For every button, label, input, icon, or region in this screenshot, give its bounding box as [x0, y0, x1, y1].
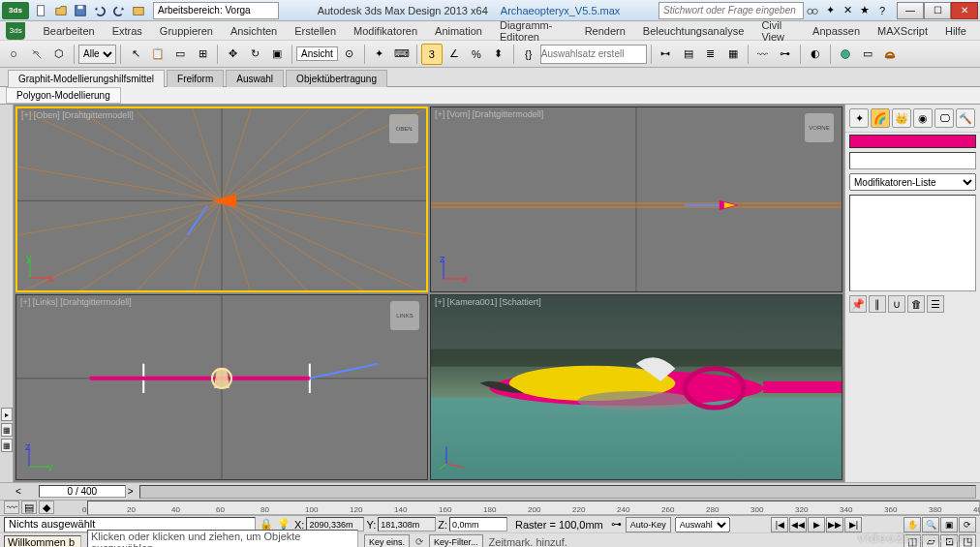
app-button[interactable]: 3ds: [6, 22, 25, 40]
window-cross-icon[interactable]: ⊞: [192, 44, 213, 65]
manipulate-icon[interactable]: ✦: [369, 44, 390, 65]
favorite-icon[interactable]: ★: [856, 2, 873, 19]
y-coord-field[interactable]: [378, 517, 436, 532]
spinner-snap-icon[interactable]: ⬍: [488, 44, 509, 65]
new-icon[interactable]: [33, 2, 50, 19]
maxscript-listener[interactable]: Willkommen b: [4, 535, 81, 548]
display-tab-icon[interactable]: 🖵: [934, 108, 954, 128]
modifier-stack[interactable]: [849, 195, 976, 291]
trackbar-key-icon[interactable]: ◆: [39, 501, 54, 514]
viewport-layout-button[interactable]: ▦: [1, 423, 13, 437]
menu-help[interactable]: Hilfe: [937, 23, 974, 39]
ribbon-panel-polymodel[interactable]: Polygon-Modellierung: [6, 87, 121, 104]
graphite-toggle-icon[interactable]: ▦: [722, 44, 744, 65]
snap-toggle-icon[interactable]: 3: [421, 44, 443, 65]
goto-end-icon[interactable]: ▶|: [844, 517, 862, 532]
menu-views[interactable]: Ansichten: [223, 23, 285, 39]
remove-modifier-icon[interactable]: 🗑: [907, 295, 925, 313]
frame-indicator[interactable]: 0 / 400: [39, 485, 126, 498]
menu-group[interactable]: Gruppieren: [152, 23, 221, 39]
subscription-icon[interactable]: ✦: [821, 2, 839, 19]
utilities-tab-icon[interactable]: 🔨: [956, 108, 975, 128]
comm-center-icon[interactable]: ⊶: [611, 518, 622, 531]
viewport-left[interactable]: [+] [Links] [Drahtgittermodell] LINKS yz: [15, 294, 428, 480]
minimize-button[interactable]: —: [897, 2, 924, 19]
pin-stack-icon[interactable]: 📌: [849, 295, 867, 313]
ribbon-tab-selection[interactable]: Auswahl: [226, 70, 284, 87]
editnamedselset-icon[interactable]: {}: [518, 44, 539, 65]
ref-coord-system[interactable]: Ansicht: [296, 46, 338, 61]
viewport-label[interactable]: [+] [Oben] [Drahtgittermodell]: [21, 110, 134, 120]
layers-icon[interactable]: ≣: [700, 44, 721, 65]
close-button[interactable]: ✕: [951, 2, 978, 19]
app-menu-button[interactable]: 3ds: [2, 2, 29, 19]
curve-editor-icon[interactable]: 〰: [752, 44, 774, 65]
exchange-icon[interactable]: ✕: [839, 2, 856, 19]
mirror-icon[interactable]: ⧿: [656, 44, 677, 65]
scale-icon[interactable]: ▣: [266, 44, 288, 65]
menu-customize[interactable]: Anpassen: [805, 23, 868, 39]
prev-frame-icon[interactable]: ◀◀: [789, 517, 807, 532]
autokey-button[interactable]: Auto-Key: [626, 517, 671, 532]
select-icon[interactable]: ↖: [125, 44, 146, 65]
zoom-extents-icon[interactable]: ▣: [940, 517, 958, 532]
mini-curve-editor-icon[interactable]: 〰: [4, 501, 19, 514]
bind-icon[interactable]: ⬡: [48, 44, 70, 65]
move-icon[interactable]: ✥: [222, 44, 243, 65]
project-icon[interactable]: [130, 2, 147, 19]
expand-button[interactable]: ▸: [1, 408, 13, 421]
make-unique-icon[interactable]: ∪: [888, 295, 905, 313]
material-editor-icon[interactable]: ◐: [805, 44, 826, 65]
selection-filter[interactable]: Alle: [78, 45, 116, 64]
ribbon-tab-graphite[interactable]: Graphit-Modellierungshilfsmittel: [8, 70, 165, 87]
render-icon[interactable]: [879, 44, 901, 65]
object-name-field[interactable]: [849, 152, 976, 169]
hierarchy-tab-icon[interactable]: 👑: [892, 108, 911, 128]
motion-tab-icon[interactable]: ◉: [913, 108, 933, 128]
goto-start-icon[interactable]: |◀: [771, 517, 788, 532]
keyboard-shortcut-icon[interactable]: ⌨: [391, 44, 413, 65]
viewport-top[interactable]: [+] [Oben] [Drahtgittermodell] OBEN xy: [15, 106, 428, 292]
ribbon-tab-objpaint[interactable]: Objektübertragung: [286, 70, 387, 87]
menu-create[interactable]: Erstellen: [287, 23, 344, 39]
maximize-button[interactable]: ☐: [924, 2, 951, 19]
open-icon[interactable]: [52, 2, 70, 19]
viewport-label[interactable]: [+] [Kamera001] [Schattiert]: [435, 297, 541, 307]
workspace-selector[interactable]: [153, 2, 279, 19]
viewcube[interactable]: LINKS: [390, 301, 419, 330]
orbit-icon[interactable]: ⟳: [959, 517, 976, 532]
setkey-button[interactable]: Key eins.: [364, 534, 410, 548]
trackbar-filter-icon[interactable]: ▤: [21, 501, 37, 514]
viewport-camera[interactable]: [+] [Kamera001] [Schattiert]: [430, 294, 842, 480]
render-frame-icon[interactable]: ▭: [857, 44, 878, 65]
viewport-label[interactable]: [+] [Links] [Drahtgittermodell]: [20, 297, 132, 307]
create-tab-icon[interactable]: ✦: [849, 108, 869, 128]
named-selection-set[interactable]: [540, 45, 647, 64]
viewcube[interactable]: OBEN: [389, 114, 418, 143]
select-region-icon[interactable]: ▭: [169, 44, 191, 65]
show-end-result-icon[interactable]: ∥: [869, 295, 886, 313]
select-name-icon[interactable]: 📋: [147, 44, 168, 65]
ribbon-tab-freeform[interactable]: Freiform: [167, 70, 224, 87]
time-slider-track[interactable]: [139, 485, 976, 499]
zoom-icon[interactable]: 🔍: [922, 517, 939, 532]
pivot-icon[interactable]: ⊙: [339, 44, 360, 65]
menu-graph[interactable]: Diagramm-Editoren: [492, 17, 575, 45]
trackbar-ruler[interactable]: 0204060801001201401601802002202402602803…: [87, 501, 980, 515]
angle-snap-icon[interactable]: ∠: [444, 44, 465, 65]
redo-icon[interactable]: [110, 2, 128, 19]
menu-modifiers[interactable]: Modifikatoren: [346, 23, 425, 39]
object-color-swatch[interactable]: [849, 135, 976, 148]
menu-tools[interactable]: Extras: [105, 23, 150, 39]
align-icon[interactable]: ▤: [678, 44, 699, 65]
rotate-icon[interactable]: ↻: [244, 44, 265, 65]
fov-icon[interactable]: ▱: [922, 534, 939, 548]
unlink-icon[interactable]: [26, 44, 47, 65]
schematic-view-icon[interactable]: ⊶: [775, 44, 796, 65]
zoom-region-icon[interactable]: ◫: [903, 534, 921, 548]
menu-maxscript[interactable]: MAXScript: [870, 23, 935, 39]
play-icon[interactable]: ▶: [808, 517, 825, 532]
menu-render[interactable]: Rendern: [577, 23, 633, 39]
help-icon[interactable]: ?: [873, 2, 891, 19]
menu-animation[interactable]: Animation: [427, 23, 490, 39]
